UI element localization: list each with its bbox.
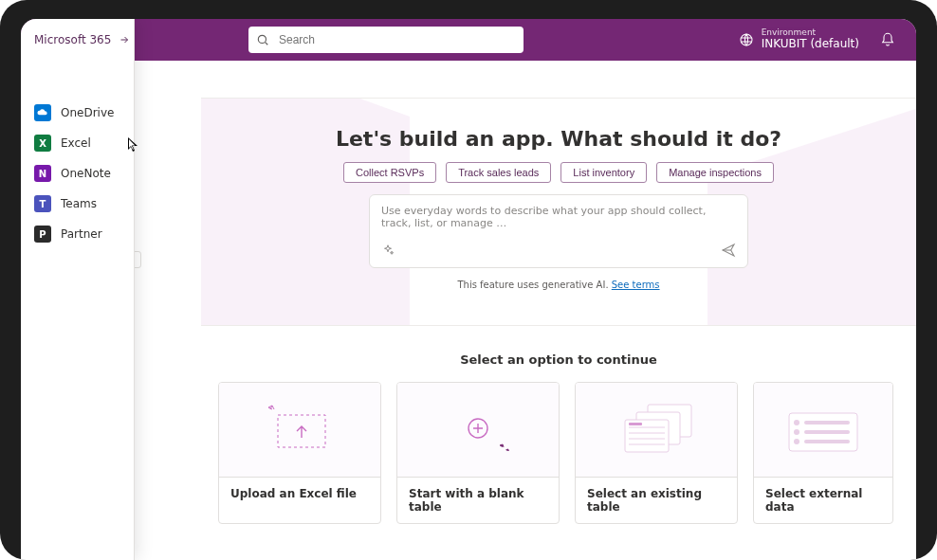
card-external-data[interactable]: Select external data	[753, 382, 893, 524]
svg-point-0	[258, 35, 266, 43]
chip-track-sales-leads[interactable]: Track sales leads	[446, 162, 551, 183]
blank-table-thumb	[397, 383, 559, 478]
search-icon	[256, 33, 269, 46]
svg-rect-12	[629, 423, 642, 425]
svg-rect-15	[804, 421, 850, 425]
send-icon[interactable]	[721, 243, 736, 258]
environment-name: INKUBIT (default)	[762, 37, 859, 50]
app-item-label: Excel	[61, 136, 91, 150]
chip-manage-inspections[interactable]: Manage inspections	[656, 162, 774, 183]
prompt-placeholder: Use everyday words to describe what your…	[381, 205, 736, 229]
app-header: Environment INKUBIT (default)	[21, 19, 916, 61]
svg-rect-19	[804, 440, 850, 443]
app-item-label: Partner	[61, 227, 102, 241]
svg-point-2	[741, 34, 752, 45]
mouse-cursor-icon	[127, 136, 140, 154]
card-upload-excel[interactable]: Upload an Excel file	[218, 382, 381, 524]
app-item-onedrive[interactable]: OneDrive	[34, 104, 134, 121]
terms-text: This feature uses generative AI.	[457, 280, 611, 290]
search-box[interactable]	[248, 27, 524, 53]
notifications-icon[interactable]	[880, 32, 895, 47]
sparkle-icon	[381, 244, 395, 257]
app-launcher-flyout: Microsoft 365 OneDrive X Excel N	[21, 19, 135, 560]
app-item-label: OneDrive	[61, 106, 114, 119]
environment-caption: Environment	[762, 28, 859, 38]
device-frame: Environment INKUBIT (default) Apps nt	[0, 0, 937, 560]
copilot-prompt[interactable]: Use everyday words to describe what your…	[369, 194, 748, 268]
excel-icon: X	[34, 135, 51, 152]
svg-point-18	[794, 439, 799, 444]
app-list: OneDrive X Excel N OneNote T Teams P Par…	[21, 104, 134, 243]
app-item-label: Teams	[61, 197, 97, 210]
main-content: Let's build an app. What should it do? C…	[201, 61, 916, 560]
app-item-label: OneNote	[61, 167, 111, 180]
external-data-thumb	[754, 383, 892, 478]
card-label: Start with a blank table	[397, 478, 559, 523]
search-input[interactable]	[277, 32, 516, 47]
card-label: Select external data	[754, 478, 892, 523]
card-blank-table[interactable]: Start with a blank table	[396, 382, 560, 524]
card-existing-table[interactable]: Select an existing table	[575, 382, 738, 524]
onenote-icon: N	[34, 165, 51, 182]
microsoft-365-link[interactable]: Microsoft 365	[21, 19, 134, 61]
page-subheader	[201, 61, 916, 99]
m365-label: Microsoft 365	[34, 33, 111, 46]
svg-rect-17	[804, 430, 850, 434]
option-cards: Upload an Excel file Start with a blank …	[201, 382, 916, 547]
environment-picker[interactable]: Environment INKUBIT (default)	[739, 28, 859, 50]
hero-section: Let's build an app. What should it do? C…	[201, 99, 916, 326]
app-item-teams[interactable]: T Teams	[34, 195, 134, 212]
chip-collect-rsvps[interactable]: Collect RSVPs	[343, 162, 436, 183]
partner-icon: P	[34, 226, 51, 243]
continue-title: Select an option to continue	[201, 352, 916, 367]
card-label: Select an existing table	[576, 478, 737, 523]
app-item-partner[interactable]: P Partner	[34, 226, 134, 243]
app-item-onenote[interactable]: N OneNote	[34, 165, 134, 182]
existing-table-thumb	[576, 383, 737, 478]
svg-point-16	[794, 429, 799, 435]
see-terms-link[interactable]: See terms	[612, 280, 660, 290]
onedrive-icon	[34, 104, 51, 121]
card-label: Upload an Excel file	[219, 478, 380, 510]
teams-icon: T	[34, 195, 51, 212]
svg-point-14	[794, 420, 799, 425]
environment-icon	[739, 32, 754, 47]
svg-line-1	[266, 43, 268, 45]
upload-excel-thumb	[219, 383, 380, 478]
screen: Environment INKUBIT (default) Apps nt	[21, 19, 916, 560]
hero-title: Let's build an app. What should it do?	[201, 127, 916, 151]
suggestion-chips: Collect RSVPs Track sales leads List inv…	[201, 162, 916, 183]
chip-list-inventory[interactable]: List inventory	[560, 162, 647, 183]
app-item-excel[interactable]: X Excel	[34, 135, 134, 152]
arrow-right-icon	[119, 34, 130, 45]
ai-terms-notice: This feature uses generative AI. See ter…	[201, 280, 916, 290]
